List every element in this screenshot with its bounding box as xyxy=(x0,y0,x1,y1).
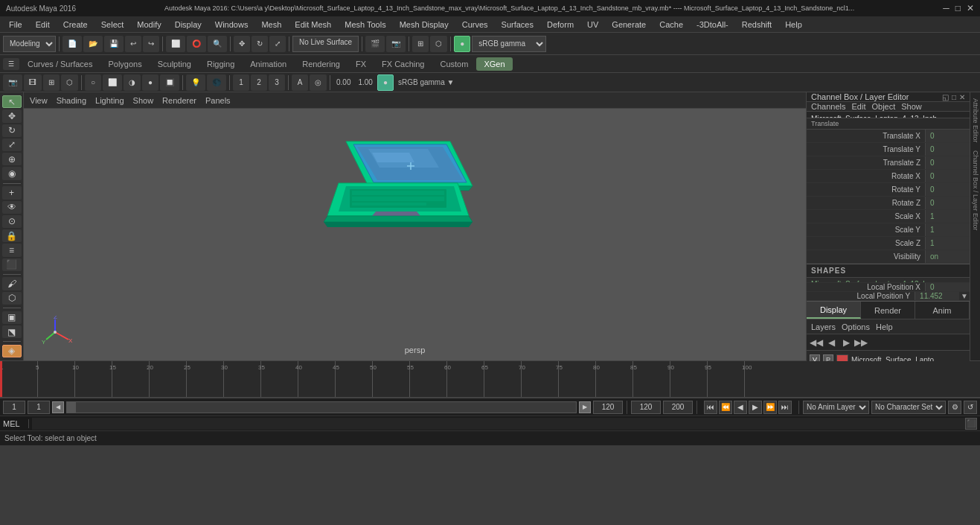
menu-create[interactable]: Create xyxy=(57,19,94,31)
vp-light-button[interactable]: 💡 xyxy=(186,74,205,91)
tab-curves-surfaces[interactable]: Curves / Surfaces xyxy=(20,57,100,71)
menu-generate[interactable]: Generate xyxy=(606,19,652,31)
pb-go-end[interactable]: ⏭ xyxy=(778,401,792,414)
vp-dof-button[interactable]: ◎ xyxy=(310,74,327,91)
cb-collapse-button[interactable]: ◱ xyxy=(942,93,949,101)
menu-mesh-tools[interactable]: Mesh Tools xyxy=(339,19,391,31)
le-tab-display[interactable]: Display xyxy=(807,302,861,319)
vp-menu-lighting[interactable]: Lighting xyxy=(95,96,124,105)
le-tab-anim[interactable]: Anim xyxy=(915,302,970,319)
tab-fx-caching[interactable]: FX Caching xyxy=(374,57,432,71)
menu-mesh-display[interactable]: Mesh Display xyxy=(394,19,455,31)
menu-curves[interactable]: Curves xyxy=(456,19,494,31)
menu-3dto-all[interactable]: -3DtoAll- xyxy=(691,19,734,31)
menu-uv[interactable]: UV xyxy=(581,19,604,31)
hide-button[interactable]: 👁 xyxy=(2,201,22,214)
attr-editor-label[interactable]: Attribute Editor xyxy=(972,95,979,146)
pb-step-fwd[interactable]: ⏩ xyxy=(763,401,777,414)
end-frame-input[interactable] xyxy=(593,401,623,414)
max-frame-input2[interactable] xyxy=(663,401,693,414)
pb-refresh[interactable]: ↺ xyxy=(964,401,977,414)
vp-resolution-2[interactable]: 2 xyxy=(251,74,267,91)
live-surface-button[interactable]: No Live Surface xyxy=(292,36,359,52)
redo-button[interactable]: ↪ xyxy=(143,36,159,52)
menu-surfaces[interactable]: Surfaces xyxy=(496,19,539,31)
snapshot-button[interactable]: 📷 xyxy=(386,36,406,52)
le-btn-prev[interactable]: ◀ xyxy=(824,337,838,349)
menu-windows[interactable]: Windows xyxy=(209,19,254,31)
scale-tool-button[interactable]: ⤢ xyxy=(269,36,286,52)
viewport-canvas[interactable]: persp X Y Z xyxy=(24,109,806,360)
new-file-button[interactable]: 📄 xyxy=(63,36,82,52)
color-sphere-button[interactable]: ● xyxy=(454,36,470,52)
vp-menu-renderer[interactable]: Renderer xyxy=(162,96,196,105)
undo-button[interactable]: ↩ xyxy=(125,36,141,52)
channel-value-ry[interactable]: 0 xyxy=(925,183,970,196)
channel-value-ty[interactable]: 0 xyxy=(925,143,970,156)
wireframe-button[interactable]: ⬡ xyxy=(430,36,447,52)
menu-help[interactable]: Help xyxy=(779,19,808,31)
tab-custom[interactable]: Custom xyxy=(433,57,476,71)
channel-value-tz[interactable]: 0 xyxy=(925,156,970,169)
char-set-dropdown[interactable]: No Character Set xyxy=(871,401,946,414)
local-pos-x-value[interactable]: 0 xyxy=(925,283,970,291)
cb-menu-edit[interactable]: Edit xyxy=(851,102,865,111)
select-tool[interactable]: ↖ xyxy=(2,95,22,108)
tab-sculpting[interactable]: Sculpting xyxy=(150,57,199,71)
local-pos-y-scroll[interactable]: ▼ xyxy=(959,292,970,300)
close-button[interactable]: ✕ xyxy=(967,3,974,13)
max-frame-input[interactable] xyxy=(631,401,661,414)
range-start-handle[interactable]: ◀ xyxy=(52,401,64,413)
snap-button[interactable]: ⊙ xyxy=(2,215,22,228)
rotate-tool-button[interactable]: ↻ xyxy=(252,36,268,52)
menu-edit[interactable]: Edit xyxy=(30,19,56,31)
cb-close-button[interactable]: ✕ xyxy=(959,93,965,101)
cb-menu-show[interactable]: Show xyxy=(901,102,922,111)
vp-xray-button[interactable]: ⬜ xyxy=(103,74,122,91)
pb-play-back[interactable]: ◀ xyxy=(734,401,747,414)
le-btn-fwd[interactable]: ▶▶ xyxy=(854,337,868,349)
vp-isolate-button[interactable]: ○ xyxy=(85,74,101,91)
soft-select[interactable]: ◉ xyxy=(2,167,22,179)
vp-shading1[interactable]: ◑ xyxy=(124,74,141,91)
paint-select-button[interactable]: 🔍 xyxy=(208,36,227,52)
menu-select[interactable]: Select xyxy=(95,19,130,31)
vp-menu-shading[interactable]: Shading xyxy=(57,96,86,105)
channel-value-rz[interactable]: 0 xyxy=(925,197,970,209)
menu-display[interactable]: Display xyxy=(169,19,208,31)
minimize-button[interactable]: ─ xyxy=(943,3,949,13)
lock-button[interactable]: 🔒 xyxy=(2,229,22,242)
cb-menu-object[interactable]: Object xyxy=(871,102,895,111)
vp-shadow-button[interactable]: 🌑 xyxy=(207,74,226,91)
vp-shading2[interactable]: ● xyxy=(142,74,158,91)
grid-button[interactable]: ⊞ xyxy=(412,36,429,52)
save-file-button[interactable]: 💾 xyxy=(104,36,124,52)
frame-range-bar[interactable] xyxy=(66,401,577,413)
channel-box-label[interactable]: Channel Box / Layer Editor xyxy=(972,147,979,234)
tab-rigging[interactable]: Rigging xyxy=(199,57,242,71)
le-btn-next[interactable]: ▶ xyxy=(839,337,853,349)
tab-animation[interactable]: Animation xyxy=(243,57,294,71)
tab-polygons[interactable]: Polygons xyxy=(100,57,149,71)
vp-wire-toggle[interactable]: ⬡ xyxy=(61,74,78,91)
move-tool-button[interactable]: ✥ xyxy=(234,36,250,52)
tab-fx[interactable]: FX xyxy=(348,57,374,71)
pb-go-start[interactable]: ⏮ xyxy=(704,401,717,414)
axes-button[interactable]: ◈ xyxy=(2,345,22,357)
current-frame-input[interactable] xyxy=(28,401,50,414)
maximize-button[interactable]: □ xyxy=(955,3,961,13)
menu-file[interactable]: File xyxy=(3,19,28,31)
menu-deform[interactable]: Deform xyxy=(541,19,580,31)
paint-tool[interactable]: 🖌 xyxy=(2,277,22,290)
le-menu-help[interactable]: Help xyxy=(876,322,893,331)
tab-bar-settings[interactable]: ☰ xyxy=(3,58,19,70)
le-btn-back[interactable]: ◀◀ xyxy=(810,337,823,349)
channel-value-tx[interactable]: 0 xyxy=(925,130,970,142)
vp-aa-button[interactable]: A xyxy=(292,74,308,91)
menu-redshift[interactable]: Redshift xyxy=(736,19,778,31)
tab-xgen[interactable]: XGen xyxy=(476,57,512,71)
move-tool[interactable]: ✥ xyxy=(2,109,22,122)
menu-cache[interactable]: Cache xyxy=(653,19,689,31)
open-file-button[interactable]: 📂 xyxy=(83,36,103,52)
channel-value-rx[interactable]: 0 xyxy=(925,170,970,182)
